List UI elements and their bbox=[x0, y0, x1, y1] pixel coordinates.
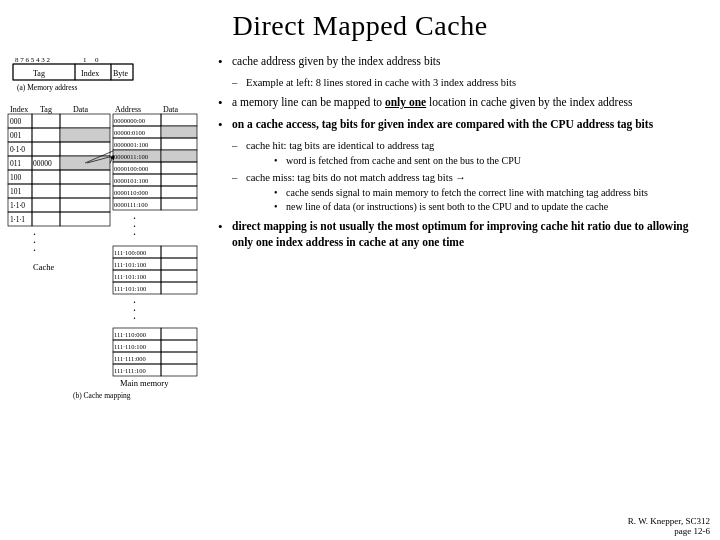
svg-text:·: · bbox=[33, 243, 36, 257]
svg-text:111·110:100: 111·110:100 bbox=[114, 343, 146, 350]
svg-text:0000100:000: 0000100:000 bbox=[114, 165, 148, 172]
svg-text:0000111:100: 0000111:100 bbox=[114, 201, 148, 208]
diagram-area: 8 7 6 5 4 3 2 1 0 Tag Index Byte (a) Mem… bbox=[0, 50, 210, 535]
svg-text:111·111:100: 111·111:100 bbox=[114, 367, 146, 374]
svg-text:0000000:00: 0000000:00 bbox=[114, 117, 145, 124]
svg-rect-90 bbox=[161, 282, 197, 294]
bullet-1: • cache address given by the index addre… bbox=[218, 54, 708, 71]
svg-text:100: 100 bbox=[10, 173, 22, 182]
sub-sub-3-1-1: • word is fetched from cache and sent on… bbox=[274, 154, 521, 167]
sub-text-1-1: Example at left: 8 lines stored in cache… bbox=[246, 76, 516, 90]
svg-text:111·101:100: 111·101:100 bbox=[114, 273, 146, 280]
svg-text:Byte: Byte bbox=[113, 69, 129, 78]
svg-rect-60 bbox=[161, 138, 197, 150]
footer-line2: page 12-6 bbox=[674, 526, 710, 536]
svg-text:0000001:100: 0000001:100 bbox=[114, 141, 148, 148]
svg-text:000: 000 bbox=[10, 117, 22, 126]
svg-text:1: 1 bbox=[83, 56, 87, 64]
svg-text:0000110:000: 0000110:000 bbox=[114, 189, 148, 196]
svg-rect-19 bbox=[32, 128, 60, 142]
bullet-3: • on a cache access, tag bits for given … bbox=[218, 117, 708, 134]
svg-text:111·101:100: 111·101:100 bbox=[114, 261, 146, 268]
bullet-dot-3: • bbox=[218, 117, 232, 134]
svg-text:Tag: Tag bbox=[40, 105, 52, 114]
footer-reference: R. W. Knepper, SC312 page 12-6 bbox=[628, 516, 710, 536]
svg-text:111·111:000: 111·111:000 bbox=[114, 355, 146, 362]
bullet-dot-4: • bbox=[218, 219, 232, 236]
sub-bullet-3-1: – cache hit: tag bits are identical to a… bbox=[232, 139, 708, 168]
svg-text:101: 101 bbox=[10, 187, 22, 196]
svg-rect-44 bbox=[32, 212, 60, 226]
svg-rect-33 bbox=[60, 170, 110, 184]
sub-content-3-2: cache miss: tag bits do not match addres… bbox=[246, 171, 648, 214]
page-title: Direct Mapped Cache bbox=[0, 0, 720, 50]
svg-text:0000011:100: 0000011:100 bbox=[114, 153, 148, 160]
svg-text:Cache: Cache bbox=[33, 262, 54, 272]
svg-rect-66 bbox=[161, 162, 197, 174]
svg-text:1·1·0: 1·1·0 bbox=[10, 201, 25, 210]
bullet-dot-1: • bbox=[218, 54, 232, 71]
svg-rect-16 bbox=[60, 114, 110, 128]
sub-bullet-1-1: – Example at left: 8 lines stored in cac… bbox=[232, 76, 708, 90]
svg-rect-37 bbox=[60, 184, 110, 198]
bullet-text-4: direct mapping is not usually the most o… bbox=[232, 219, 708, 250]
sub-sub-dot-3-1-1: • bbox=[274, 154, 286, 167]
svg-rect-36 bbox=[32, 184, 60, 198]
bullet-text-1: cache address given by the index address… bbox=[232, 54, 441, 70]
svg-rect-96 bbox=[161, 328, 197, 340]
svg-text:·: · bbox=[133, 227, 136, 241]
svg-rect-72 bbox=[161, 186, 197, 198]
sub-sub-dot-3-2-1: • bbox=[274, 186, 286, 199]
svg-rect-75 bbox=[161, 198, 197, 210]
sub-dash-3-1: – bbox=[232, 139, 246, 153]
sub-sub-3-2-2: • new line of data (or instructions) is … bbox=[274, 200, 648, 213]
svg-rect-15 bbox=[32, 114, 60, 128]
svg-text:Index: Index bbox=[81, 69, 99, 78]
svg-text:Address: Address bbox=[115, 105, 141, 114]
svg-text:(b) Cache mapping: (b) Cache mapping bbox=[73, 391, 131, 400]
svg-text:0·1·0: 0·1·0 bbox=[10, 145, 25, 154]
bullet-text-3: on a cache access, tag bits for given in… bbox=[232, 117, 653, 133]
svg-rect-102 bbox=[161, 352, 197, 364]
svg-text:00000:0100: 00000:0100 bbox=[114, 129, 145, 136]
svg-text:Data: Data bbox=[163, 105, 179, 114]
svg-text:8 7 6 5 4 3 2: 8 7 6 5 4 3 2 bbox=[15, 56, 51, 64]
svg-rect-63 bbox=[161, 150, 197, 162]
sub-sub-3-2-1: • cache sends signal to main memory to f… bbox=[274, 186, 648, 199]
sub-text-3-1: cache hit: tag bits are identical to add… bbox=[246, 140, 434, 151]
svg-rect-45 bbox=[60, 212, 110, 226]
svg-text:111·110:000: 111·110:000 bbox=[114, 331, 146, 338]
svg-rect-105 bbox=[161, 364, 197, 376]
svg-rect-40 bbox=[32, 198, 60, 212]
svg-text:1·1·1: 1·1·1 bbox=[10, 215, 25, 224]
sub-bullet-3-2: – cache miss: tag bits do not match addr… bbox=[232, 171, 708, 214]
svg-text:111·100:000: 111·100:000 bbox=[114, 249, 146, 256]
svg-text:Tag: Tag bbox=[33, 69, 45, 78]
bullet-2: • a memory line can be mapped to only on… bbox=[218, 95, 708, 112]
svg-text:00000: 00000 bbox=[33, 159, 52, 168]
svg-text:001: 001 bbox=[10, 131, 22, 140]
sub-dash-3-2: – bbox=[232, 171, 246, 185]
bullet-dot-2: • bbox=[218, 95, 232, 112]
svg-text:Main memory: Main memory bbox=[120, 378, 169, 388]
svg-rect-32 bbox=[32, 170, 60, 184]
svg-rect-24 bbox=[60, 142, 110, 156]
svg-rect-54 bbox=[161, 114, 197, 126]
text-area: • cache address given by the index addre… bbox=[210, 50, 720, 535]
svg-rect-23 bbox=[32, 142, 60, 156]
svg-text:111·101:100: 111·101:100 bbox=[114, 285, 146, 292]
diagram-svg: 8 7 6 5 4 3 2 1 0 Tag Index Byte (a) Mem… bbox=[5, 50, 205, 490]
svg-text:(a) Memory address: (a) Memory address bbox=[17, 83, 77, 92]
sub-dash-1-1: – bbox=[232, 76, 246, 90]
svg-text:Data: Data bbox=[73, 105, 89, 114]
bullet-4: • direct mapping is not usually the most… bbox=[218, 219, 708, 250]
svg-text:0: 0 bbox=[95, 56, 99, 64]
svg-text:0000101:100: 0000101:100 bbox=[114, 177, 148, 184]
bullet-text-2: a memory line can be mapped to only one … bbox=[232, 95, 632, 111]
svg-text:·: · bbox=[133, 311, 136, 325]
svg-rect-84 bbox=[161, 258, 197, 270]
svg-rect-87 bbox=[161, 270, 197, 282]
svg-rect-41 bbox=[60, 198, 110, 212]
sub-sub-text-3-1-1: word is fetched from cache and sent on t… bbox=[286, 154, 521, 167]
sub-sub-dot-3-2-2: • bbox=[274, 200, 286, 213]
